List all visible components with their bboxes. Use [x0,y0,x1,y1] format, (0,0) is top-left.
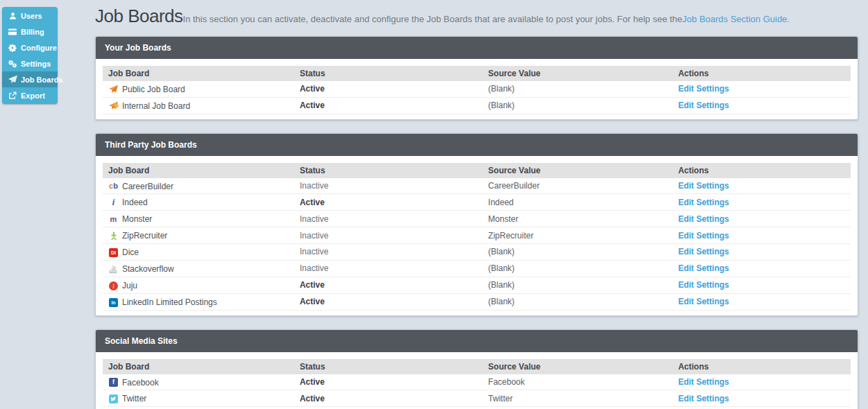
job-board-name: Facebook [122,377,159,387]
table-row: Internal Job Board Active (Blank) Edit S… [103,97,851,114]
page-title: Job Boards [95,6,183,27]
source-value-cell: Facebook [483,374,673,390]
table-row: inLinkedIn Limited Postings Active (Blan… [103,293,851,310]
job-board-cell: ZipRecruiter [103,227,294,244]
status-cell: Inactive [294,178,483,194]
job-board-panel: Third Party Job Boards Job Board Status … [95,133,858,316]
job-board-name: Internal Job Board [122,101,190,111]
column-header-status: Status [294,163,483,178]
gears-icon [8,60,17,68]
panel-title: Social Media Sites [96,330,858,352]
sidebar-item-settings[interactable]: Settings [2,55,58,71]
status-cell: Active [294,293,483,310]
column-header-actions: Actions [672,359,851,374]
source-value-cell: Monster [483,211,673,227]
column-header-source-value: Source Value [483,359,673,374]
edit-settings-link[interactable]: Edit Settings [678,297,729,306]
source-value-cell: ZipRecruiter [483,227,673,244]
edit-settings-link[interactable]: Edit Settings [678,214,729,224]
job-board-cell: Public Job Board [103,81,294,97]
actions-cell: Edit Settings [672,390,851,407]
table-row: DiDice Inactive (Blank) Edit Settings [103,243,851,260]
job-boards-section-guide-link[interactable]: Job Boards Section Guide. [682,14,790,24]
actions-cell: Edit Settings [672,211,851,227]
actions-cell: Edit Settings [672,260,851,277]
job-board-table: Job Board Status Source Value Actions Pu… [103,66,851,114]
sidebar-item-export[interactable]: Export [2,87,58,103]
table-row: fFacebook Active Facebook Edit Settings [103,374,851,390]
sidebar-item-job-boards[interactable]: Job Boards [2,71,58,87]
edit-settings-link[interactable]: Edit Settings [678,394,729,403]
page-header: Job BoardsIn this section you can activa… [95,6,858,27]
actions-cell: Edit Settings [672,178,851,194]
source-value-cell: (Blank) [483,243,673,260]
table-header-row: Job Board Status Source Value Actions [103,66,851,81]
sidebar-item-label: Export [21,92,45,100]
sidebar-item-configure[interactable]: Configure [2,40,58,55]
status-cell: Inactive [294,227,483,244]
actions-cell: Edit Settings [672,81,851,97]
actions-cell: Edit Settings [672,277,851,293]
public-job-board-icon [108,85,119,94]
source-value-cell: (Blank) [483,277,673,293]
edit-settings-link[interactable]: Edit Settings [678,231,729,241]
table-header-row: Job Board Status Source Value Actions [103,359,851,374]
sidebar-item-label: Users [21,12,42,20]
job-board-cell: DiDice [103,243,294,260]
status-cell: Inactive [294,211,483,227]
edit-settings-link[interactable]: Edit Settings [678,198,729,207]
edit-settings-link[interactable]: Edit Settings [678,181,729,191]
actions-cell: Edit Settings [672,293,851,310]
facebook-icon: f [108,377,119,387]
edit-settings-link[interactable]: Edit Settings [678,263,729,273]
panel-body: Job Board Status Source Value Actions fF… [96,352,858,409]
status-cell: Active [294,390,483,407]
status-cell: Inactive [294,260,483,277]
column-header-job-board: Job Board [103,359,294,374]
panels: Your Job Boards Job Board Status Source … [95,36,858,409]
source-value-cell: Twitter [483,390,673,407]
edit-settings-link[interactable]: Edit Settings [678,377,729,387]
job-board-name: Stackoverflow [122,264,174,274]
job-board-name: ZipRecruiter [122,231,167,241]
actions-cell: Edit Settings [672,227,851,244]
status-cell: Active [294,81,483,97]
edit-settings-link[interactable]: Edit Settings [678,101,729,110]
job-board-cell: jJuju [103,277,294,293]
edit-settings-link[interactable]: Edit Settings [678,247,729,256]
column-header-job-board: Job Board [103,163,294,178]
column-header-actions: Actions [672,66,851,81]
job-board-cell: Twitter [103,390,294,407]
status-cell: Active [294,374,483,390]
table-row: cbCareerBuilder Inactive CareerBuilder E… [103,178,851,194]
credit-card-icon [8,28,17,35]
gear-icon [8,44,17,52]
source-value-cell: Indeed [483,194,673,211]
dice-icon: Di [108,247,119,257]
paper-plane-icon [8,75,17,84]
edit-settings-link[interactable]: Edit Settings [678,280,729,290]
job-board-name: Indeed [122,198,148,207]
panel-title: Your Job Boards [96,37,858,59]
sidebar-item-users[interactable]: Users [2,8,58,24]
indeed-icon: i [108,198,119,207]
sidebar-item-label: Settings [21,60,51,68]
job-board-panel: Your Job Boards Job Board Status Source … [95,36,858,120]
job-board-cell: fFacebook [103,374,294,390]
table-row: iIndeed Active Indeed Edit Settings [103,194,851,211]
job-board-name: LinkedIn Limited Postings [122,297,217,307]
source-value-cell: (Blank) [483,293,673,310]
actions-cell: Edit Settings [672,97,851,114]
table-row: Public Job Board Active (Blank) Edit Set… [103,81,851,97]
table-row: Twitter Active Twitter Edit Settings [103,390,851,407]
column-header-job-board: Job Board [103,66,294,81]
table-header-row: Job Board Status Source Value Actions [103,163,851,178]
job-board-panel: Social Media Sites Job Board Status Sour… [95,329,858,409]
status-cell: Inactive [294,243,483,260]
internal-job-board-icon [108,101,119,110]
column-header-actions: Actions [672,163,851,178]
edit-settings-link[interactable]: Edit Settings [678,84,729,94]
sidebar-item-label: Billing [21,28,44,36]
actions-cell: Edit Settings [672,374,851,390]
sidebar-item-billing[interactable]: Billing [2,24,58,40]
